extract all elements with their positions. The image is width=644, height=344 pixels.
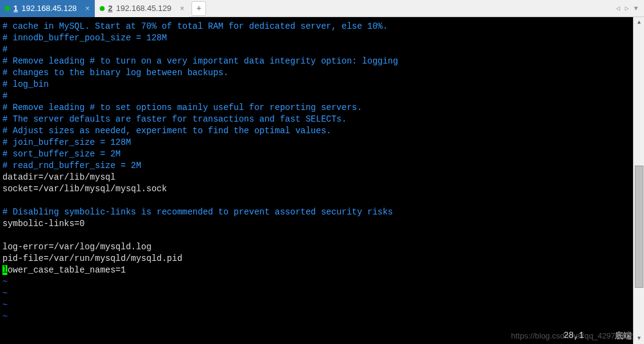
terminal-line: # The server defaults are faster for tra… [2, 114, 631, 125]
terminal-line: symbolic-links=0 [2, 218, 631, 230]
nav-down-icon[interactable]: ▼ [632, 5, 639, 12]
terminal-line: # Disabling symbolic-links is recommende… [2, 207, 631, 218]
terminal-container: # cache in MySQL. Start at 70% of total … [0, 17, 644, 344]
terminal[interactable]: # cache in MySQL. Start at 70% of total … [0, 17, 633, 344]
status-dot-icon [100, 6, 105, 11]
terminal-line: # Remove leading # to set options mainly… [2, 102, 631, 114]
tab-label: 192.168.45.129 [116, 4, 171, 13]
scroll-mode: 底端 [615, 331, 632, 342]
terminal-line: datadir=/var/lib/mysql [2, 172, 631, 183]
scroll-track[interactable] [634, 28, 644, 333]
tab-number: 1 [13, 4, 18, 13]
nav-right-icon[interactable]: ▷ [624, 4, 631, 12]
terminal-line: # log_bin [2, 79, 631, 90]
terminal-line: # [2, 44, 631, 56]
terminal-line: # Adjust sizes as needed, experiment to … [2, 125, 631, 137]
terminal-line: # join_buffer_size = 128M [2, 137, 631, 148]
tab-bar: 1 192.168.45.128 × 2 192.168.45.129 × + … [0, 0, 644, 17]
terminal-line: # [2, 90, 631, 102]
tab-nav: ◁ ▷ ▼ [615, 4, 644, 12]
scroll-down-icon[interactable]: ▼ [634, 333, 644, 344]
cursor-position: 28,1 [563, 331, 584, 342]
terminal-line: log-error=/var/log/mysqld.log [2, 241, 631, 253]
terminal-line: ~ [2, 288, 631, 299]
terminal-line: # read_rnd_buffer_size = 2M [2, 160, 631, 172]
terminal-line: # Remove leading # to turn on a very imp… [2, 56, 631, 67]
scroll-thumb[interactable] [635, 166, 643, 288]
tab-2[interactable]: 2 192.168.45.129 × [95, 0, 190, 17]
terminal-line: ~ [2, 299, 631, 311]
tab-label: 192.168.45.128 [21, 4, 76, 13]
cursor: l [2, 265, 7, 275]
terminal-line: pid-file=/var/run/mysqld/mysqld.pid [2, 253, 631, 265]
terminal-line: ~ [2, 276, 631, 288]
vim-status-bar: 28,1 底端 [563, 331, 632, 342]
terminal-line [2, 195, 631, 207]
tab-number: 2 [108, 4, 113, 13]
terminal-line: # changes to the binary log between back… [2, 67, 631, 79]
terminal-line: lower_case_table_names=1 [2, 265, 631, 276]
terminal-line [2, 230, 631, 241]
terminal-line: socket=/var/lib/mysql/mysql.sock [2, 183, 631, 195]
terminal-line: ~ [2, 311, 631, 323]
scrollbar: ▲ ▼ [633, 17, 644, 344]
add-tab-button[interactable]: + [191, 1, 206, 16]
terminal-line: # cache in MySQL. Start at 70% of total … [2, 21, 631, 32]
scroll-up-icon[interactable]: ▲ [634, 17, 644, 28]
tab-1[interactable]: 1 192.168.45.128 × [0, 0, 95, 17]
terminal-line: # sort_buffer_size = 2M [2, 148, 631, 160]
nav-left-icon[interactable]: ◁ [615, 4, 621, 12]
terminal-line: # innodb_buffer_pool_size = 128M [2, 32, 631, 44]
close-icon[interactable]: × [86, 4, 90, 13]
close-icon[interactable]: × [180, 4, 184, 13]
status-dot-icon [5, 6, 10, 11]
